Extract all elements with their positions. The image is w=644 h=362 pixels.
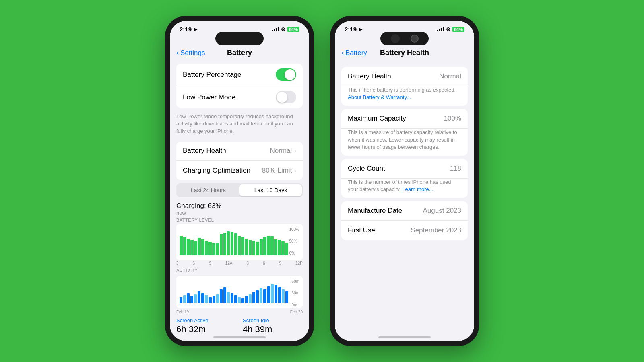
charging-opt-value-wrapper: 80% Limit › — [262, 167, 296, 175]
x-6pm: 6 — [263, 261, 265, 265]
first-use-label: First Use — [348, 226, 375, 234]
screen-idle-label: Screen Idle — [243, 317, 303, 323]
x-9pm: 9 — [279, 261, 282, 265]
battery-health-row-label: Battery Health — [183, 147, 226, 155]
content-2: Battery Health Normal This iPhone batter… — [335, 60, 474, 333]
tab-24h[interactable]: Last 24 Hours — [177, 184, 239, 196]
max-capacity-section: Maximum Capacity 100% This is a measure … — [341, 109, 468, 156]
activity-label: ACTIVITY — [176, 268, 303, 273]
activity-bars — [180, 279, 288, 303]
charging-chevron-icon: › — [294, 167, 296, 174]
battery-percentage-label: Battery Percentage — [183, 71, 242, 79]
phone-2: 2:19 ► ⊜ 64% ‹ Battery — [330, 16, 479, 346]
back-chevron-2: ‹ — [341, 49, 344, 57]
location-icon-1: ► — [193, 26, 198, 32]
battery-health-row-value: Normal › — [270, 147, 296, 155]
y-label-0: 0% — [289, 251, 299, 255]
island-dot-1 — [391, 34, 400, 43]
back-label-2: Battery — [345, 49, 367, 57]
activity-x-labels: Feb 19 Feb 20 — [176, 309, 303, 314]
low-power-toggle[interactable] — [276, 91, 296, 103]
charging-opt-value: 80% Limit — [262, 167, 292, 175]
battery-bars — [180, 227, 288, 255]
screen-idle-value: 4h 39m — [243, 324, 303, 333]
screen-active-item: Screen Active 6h 32m — [176, 317, 236, 333]
charging-time: now — [176, 210, 303, 216]
battery-chart: 100% 50% 0% — [176, 224, 303, 260]
x-12am: 12A — [225, 261, 233, 265]
tab-switcher: Last 24 Hours Last 10 Days — [176, 183, 303, 197]
max-capacity-label: Maximum Capacity — [348, 115, 406, 123]
charging-optimization-row[interactable]: Charging Optimization 80% Limit › — [176, 161, 303, 180]
screen-active-value: 6h 32m — [176, 324, 236, 333]
max-capacity-row: Maximum Capacity 100% — [341, 109, 468, 129]
act-y-0: 0m — [292, 303, 299, 307]
battery-level-label: BATTERY LEVEL — [176, 218, 303, 222]
activity-y-labels: 60m 30m 0m — [292, 279, 299, 307]
status-icons-1: ⊜ 64% — [272, 26, 299, 32]
location-icon-2: ► — [358, 26, 363, 32]
act-y-60: 60m — [292, 279, 299, 284]
battery-percentage-row[interactable]: Battery Percentage — [176, 64, 303, 86]
home-bar-2 — [378, 336, 431, 338]
time-display-2: 2:19 — [345, 26, 357, 33]
manufacture-date-label: Manufacture Date — [348, 207, 402, 215]
x-12pm: 12P — [295, 261, 303, 265]
cycle-count-desc: This is the number of times iPhone has u… — [341, 179, 468, 198]
signal-icon-2 — [437, 27, 444, 31]
low-power-row[interactable]: Low Power Mode — [176, 86, 303, 108]
activity-chart-container: ACTIVITY 60m 30m 0m Feb 19 Feb 20 — [176, 268, 303, 314]
battery-health-main-value: Normal — [439, 72, 461, 80]
nav-title-1: Battery — [227, 49, 252, 57]
screen-active-label: Screen Active — [176, 317, 236, 323]
status-icons-2: ⊜ 64% — [437, 26, 464, 32]
act-feb19: Feb 19 — [176, 310, 189, 314]
phone-2-screen: 2:19 ► ⊜ 64% ‹ Battery — [335, 21, 474, 341]
toggle-knob-off — [277, 92, 287, 103]
back-button-1[interactable]: ‹ Settings — [176, 49, 205, 57]
phone-1: 2:19 ► ⊜ 64% ‹ Settings Batter — [165, 16, 314, 346]
act-y-30: 30m — [292, 291, 299, 295]
toggle-knob-on — [285, 69, 295, 80]
y-label-100: 100% — [289, 227, 299, 232]
status-time-1: 2:19 ► — [180, 26, 198, 33]
battery-health-row[interactable]: Battery Health Normal › — [176, 142, 303, 161]
back-button-2[interactable]: ‹ Battery — [341, 49, 367, 57]
charging-info: Charging: 63% now — [170, 200, 309, 218]
nav-title-2: Battery Health — [380, 49, 429, 57]
battery-percentage-toggle[interactable] — [276, 68, 296, 81]
x-6am: 6 — [193, 261, 195, 265]
x-3pm: 3 — [246, 261, 249, 265]
manufacture-date-value: August 2023 — [423, 207, 461, 215]
cycle-count-label: Cycle Count — [348, 165, 385, 173]
dynamic-island-1 — [215, 32, 264, 45]
tab-10d[interactable]: Last 10 Days — [239, 184, 302, 196]
dates-section: Manufacture Date August 2023 First Use S… — [341, 201, 468, 240]
battery-health-main-label: Battery Health — [348, 72, 391, 80]
home-indicator-1 — [170, 333, 309, 341]
low-power-description: Low Power Mode temporarily reduces backg… — [170, 111, 309, 138]
first-use-row: First Use September 2023 — [341, 221, 468, 240]
status-time-2: 2:19 ► — [345, 26, 363, 33]
charging-percent: Charging: 63% — [176, 202, 303, 210]
x-9am: 9 — [209, 261, 211, 265]
max-capacity-desc: This is a measure of battery capacity re… — [341, 129, 468, 156]
battery-health-main-row: Battery Health Normal — [341, 67, 468, 86]
cycle-count-value: 118 — [450, 165, 461, 173]
cycle-count-section: Cycle Count 118 This is the number of ti… — [341, 159, 468, 198]
battery-x-labels: 3 6 9 12A 3 6 9 12P — [176, 260, 303, 265]
screen-idle-item: Screen Idle 4h 39m — [243, 317, 303, 333]
screen-usage-row: Screen Active 6h 32m Screen Idle 4h 39m — [170, 314, 309, 333]
battery-warranty-link[interactable]: About Battery & Warranty... — [348, 94, 411, 100]
nav-bar-2: ‹ Battery Battery Health — [335, 47, 474, 60]
health-chevron-icon: › — [294, 148, 296, 154]
max-capacity-value: 100% — [444, 115, 461, 123]
nav-bar-1: ‹ Settings Battery — [170, 47, 309, 60]
cycle-count-link[interactable]: Learn more... — [402, 186, 433, 192]
battery-health-desc: This iPhone battery is performing as exp… — [341, 86, 468, 106]
low-power-label: Low Power Mode — [183, 93, 235, 101]
signal-icon-1 — [272, 27, 279, 31]
time-display-1: 2:19 — [180, 26, 192, 33]
cycle-count-row: Cycle Count 118 — [341, 159, 468, 179]
first-use-value: September 2023 — [411, 226, 461, 234]
